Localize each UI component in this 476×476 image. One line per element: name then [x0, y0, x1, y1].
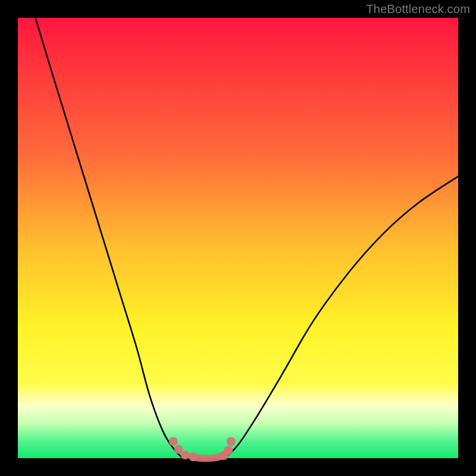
chart-stage: TheBottleneck.com — [0, 0, 476, 476]
pink-dot — [169, 437, 178, 446]
pink-dot — [181, 450, 190, 459]
pink-dot — [189, 452, 198, 461]
watermark-text: TheBottleneck.com — [366, 2, 470, 16]
pink-dot — [224, 446, 233, 455]
plot-background — [18, 18, 458, 458]
pink-dot — [227, 437, 236, 446]
bottleneck-chart — [0, 0, 476, 476]
